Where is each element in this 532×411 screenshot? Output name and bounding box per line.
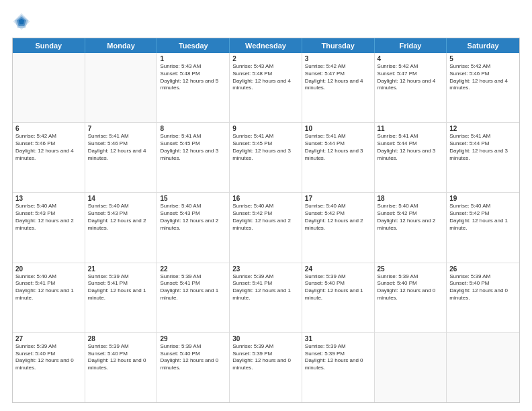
header xyxy=(12,12,520,31)
cell-info: Sunrise: 5:43 AM Sunset: 5:48 PM Dayligh… xyxy=(160,63,226,92)
header-day-friday: Friday xyxy=(375,38,447,53)
calendar-cell: 21Sunrise: 5:39 AM Sunset: 5:41 PM Dayli… xyxy=(85,263,158,332)
day-number: 23 xyxy=(232,265,299,273)
cell-info: Sunrise: 5:40 AM Sunset: 5:43 PM Dayligh… xyxy=(88,203,154,232)
calendar-week-1: 1Sunrise: 5:43 AM Sunset: 5:48 PM Daylig… xyxy=(13,53,519,123)
day-number: 29 xyxy=(160,335,226,342)
cell-info: Sunrise: 5:41 AM Sunset: 5:45 PM Dayligh… xyxy=(160,133,226,162)
page: SundayMondayTuesdayWednesdayThursdayFrid… xyxy=(0,0,532,411)
day-number: 15 xyxy=(160,195,226,202)
calendar-cell: 28Sunrise: 5:39 AM Sunset: 5:40 PM Dayli… xyxy=(85,333,158,402)
calendar-cell: 19Sunrise: 5:40 AM Sunset: 5:42 PM Dayli… xyxy=(447,193,519,262)
day-number: 8 xyxy=(160,125,226,132)
day-number: 7 xyxy=(88,125,154,132)
day-number: 25 xyxy=(378,265,444,273)
day-number: 19 xyxy=(449,195,517,202)
calendar-cell: 13Sunrise: 5:40 AM Sunset: 5:43 PM Dayli… xyxy=(13,193,85,262)
day-number: 14 xyxy=(88,195,154,202)
day-number: 2 xyxy=(232,55,299,62)
calendar-cell: 6Sunrise: 5:42 AM Sunset: 5:46 PM Daylig… xyxy=(13,123,85,192)
day-number: 1 xyxy=(160,55,226,62)
cell-info: Sunrise: 5:40 AM Sunset: 5:42 PM Dayligh… xyxy=(232,203,299,232)
cell-info: Sunrise: 5:40 AM Sunset: 5:42 PM Dayligh… xyxy=(378,203,444,232)
calendar-cell: 25Sunrise: 5:39 AM Sunset: 5:40 PM Dayli… xyxy=(375,263,447,332)
day-number: 31 xyxy=(305,335,371,342)
header-day-thursday: Thursday xyxy=(302,38,375,53)
day-number: 5 xyxy=(449,55,517,62)
calendar-cell: 11Sunrise: 5:41 AM Sunset: 5:44 PM Dayli… xyxy=(375,123,447,192)
calendar-cell: 30Sunrise: 5:39 AM Sunset: 5:39 PM Dayli… xyxy=(230,333,302,402)
day-number: 20 xyxy=(15,265,82,273)
calendar-cell xyxy=(85,53,158,122)
day-number: 17 xyxy=(305,195,371,202)
day-number: 24 xyxy=(305,265,371,273)
calendar-header: SundayMondayTuesdayWednesdayThursdayFrid… xyxy=(13,38,519,53)
cell-info: Sunrise: 5:39 AM Sunset: 5:40 PM Dayligh… xyxy=(449,273,517,302)
cell-info: Sunrise: 5:42 AM Sunset: 5:47 PM Dayligh… xyxy=(305,63,371,92)
calendar-cell: 29Sunrise: 5:39 AM Sunset: 5:40 PM Dayli… xyxy=(157,333,230,402)
day-number: 27 xyxy=(15,335,82,342)
calendar: SundayMondayTuesdayWednesdayThursdayFrid… xyxy=(12,38,520,403)
day-number: 21 xyxy=(88,265,154,273)
cell-info: Sunrise: 5:39 AM Sunset: 5:41 PM Dayligh… xyxy=(160,273,226,302)
day-number: 11 xyxy=(378,125,444,132)
cell-info: Sunrise: 5:43 AM Sunset: 5:48 PM Dayligh… xyxy=(232,63,299,92)
calendar-cell: 5Sunrise: 5:42 AM Sunset: 5:46 PM Daylig… xyxy=(447,53,519,122)
header-day-sunday: Sunday xyxy=(13,38,85,53)
cell-info: Sunrise: 5:42 AM Sunset: 5:47 PM Dayligh… xyxy=(378,63,444,92)
calendar-cell xyxy=(13,53,85,122)
calendar-cell: 26Sunrise: 5:39 AM Sunset: 5:40 PM Dayli… xyxy=(447,263,519,332)
header-day-tuesday: Tuesday xyxy=(157,38,230,53)
calendar-cell: 12Sunrise: 5:41 AM Sunset: 5:44 PM Dayli… xyxy=(447,123,519,192)
day-number: 30 xyxy=(232,335,299,342)
day-number: 12 xyxy=(449,125,517,132)
day-number: 3 xyxy=(305,55,371,62)
calendar-cell: 14Sunrise: 5:40 AM Sunset: 5:43 PM Dayli… xyxy=(85,193,158,262)
calendar-cell: 1Sunrise: 5:43 AM Sunset: 5:48 PM Daylig… xyxy=(157,53,230,122)
calendar-cell: 17Sunrise: 5:40 AM Sunset: 5:42 PM Dayli… xyxy=(302,193,375,262)
calendar-cell xyxy=(447,333,519,402)
cell-info: Sunrise: 5:42 AM Sunset: 5:46 PM Dayligh… xyxy=(449,63,517,92)
cell-info: Sunrise: 5:40 AM Sunset: 5:41 PM Dayligh… xyxy=(15,273,82,302)
day-number: 9 xyxy=(232,125,299,132)
calendar-cell xyxy=(375,333,447,402)
calendar-cell: 16Sunrise: 5:40 AM Sunset: 5:42 PM Dayli… xyxy=(230,193,302,262)
header-day-wednesday: Wednesday xyxy=(230,38,302,53)
calendar-cell: 15Sunrise: 5:40 AM Sunset: 5:43 PM Dayli… xyxy=(157,193,230,262)
cell-info: Sunrise: 5:40 AM Sunset: 5:43 PM Dayligh… xyxy=(15,203,82,232)
cell-info: Sunrise: 5:41 AM Sunset: 5:44 PM Dayligh… xyxy=(305,133,371,162)
cell-info: Sunrise: 5:39 AM Sunset: 5:39 PM Dayligh… xyxy=(232,343,299,372)
cell-info: Sunrise: 5:41 AM Sunset: 5:44 PM Dayligh… xyxy=(449,133,517,162)
calendar-cell: 7Sunrise: 5:41 AM Sunset: 5:46 PM Daylig… xyxy=(85,123,158,192)
cell-info: Sunrise: 5:39 AM Sunset: 5:40 PM Dayligh… xyxy=(305,273,371,302)
cell-info: Sunrise: 5:40 AM Sunset: 5:42 PM Dayligh… xyxy=(305,203,371,232)
day-number: 4 xyxy=(378,55,444,62)
calendar-cell: 10Sunrise: 5:41 AM Sunset: 5:44 PM Dayli… xyxy=(302,123,375,192)
header-day-monday: Monday xyxy=(85,38,158,53)
cell-info: Sunrise: 5:39 AM Sunset: 5:40 PM Dayligh… xyxy=(378,273,444,302)
cell-info: Sunrise: 5:41 AM Sunset: 5:45 PM Dayligh… xyxy=(232,133,299,162)
day-number: 26 xyxy=(449,265,517,273)
calendar-cell: 23Sunrise: 5:39 AM Sunset: 5:41 PM Dayli… xyxy=(230,263,302,332)
calendar-week-3: 13Sunrise: 5:40 AM Sunset: 5:43 PM Dayli… xyxy=(13,193,519,263)
calendar-body: 1Sunrise: 5:43 AM Sunset: 5:48 PM Daylig… xyxy=(13,53,519,402)
logo-icon xyxy=(12,12,31,31)
calendar-week-4: 20Sunrise: 5:40 AM Sunset: 5:41 PM Dayli… xyxy=(13,263,519,333)
day-number: 16 xyxy=(232,195,299,202)
cell-info: Sunrise: 5:41 AM Sunset: 5:44 PM Dayligh… xyxy=(378,133,444,162)
calendar-cell: 9Sunrise: 5:41 AM Sunset: 5:45 PM Daylig… xyxy=(230,123,302,192)
calendar-cell: 22Sunrise: 5:39 AM Sunset: 5:41 PM Dayli… xyxy=(157,263,230,332)
day-number: 10 xyxy=(305,125,371,132)
calendar-cell: 3Sunrise: 5:42 AM Sunset: 5:47 PM Daylig… xyxy=(302,53,375,122)
calendar-week-5: 27Sunrise: 5:39 AM Sunset: 5:40 PM Dayli… xyxy=(13,333,519,402)
calendar-cell: 24Sunrise: 5:39 AM Sunset: 5:40 PM Dayli… xyxy=(302,263,375,332)
calendar-week-2: 6Sunrise: 5:42 AM Sunset: 5:46 PM Daylig… xyxy=(13,123,519,193)
cell-info: Sunrise: 5:39 AM Sunset: 5:41 PM Dayligh… xyxy=(88,273,154,302)
day-number: 18 xyxy=(378,195,444,202)
cell-info: Sunrise: 5:40 AM Sunset: 5:42 PM Dayligh… xyxy=(449,203,517,232)
cell-info: Sunrise: 5:39 AM Sunset: 5:41 PM Dayligh… xyxy=(232,273,299,302)
calendar-cell: 27Sunrise: 5:39 AM Sunset: 5:40 PM Dayli… xyxy=(13,333,85,402)
calendar-cell: 4Sunrise: 5:42 AM Sunset: 5:47 PM Daylig… xyxy=(375,53,447,122)
cell-info: Sunrise: 5:39 AM Sunset: 5:40 PM Dayligh… xyxy=(88,343,154,372)
cell-info: Sunrise: 5:39 AM Sunset: 5:40 PM Dayligh… xyxy=(160,343,226,372)
